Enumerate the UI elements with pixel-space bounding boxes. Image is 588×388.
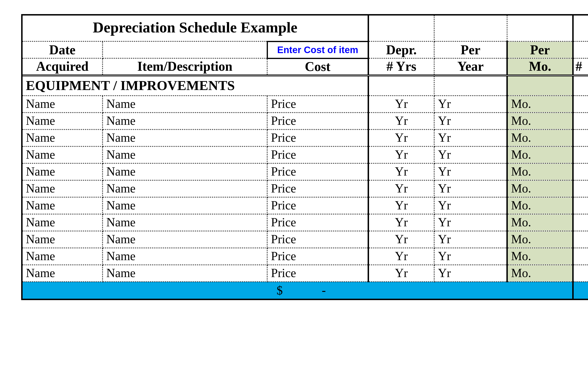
totals-cost: $-	[267, 282, 368, 299]
cell-desc[interactable]: Name	[102, 163, 267, 180]
cell-cost[interactable]: Price	[267, 113, 368, 129]
cell-tail[interactable]	[573, 113, 588, 129]
cell-tail[interactable]	[573, 231, 588, 248]
empty-cell[interactable]	[368, 16, 434, 41]
cell-cost[interactable]: Price	[267, 197, 368, 214]
cost-note: Enter Cost of item	[267, 41, 368, 58]
cell-date[interactable]: Name	[23, 146, 102, 163]
cell-per-mo[interactable]: Mo.	[507, 113, 573, 129]
cell-tail[interactable]	[573, 163, 588, 180]
cell-depr[interactable]: Yr	[368, 214, 434, 231]
cell-date[interactable]: Name	[23, 129, 102, 146]
cell-per-year[interactable]: Yr	[434, 180, 507, 197]
cell-cost[interactable]: Price	[267, 146, 368, 163]
header-empty[interactable]	[102, 41, 267, 58]
cell-per-mo[interactable]: Mo.	[507, 129, 573, 146]
cell-depr[interactable]: Yr	[368, 129, 434, 146]
cell-tail[interactable]	[573, 248, 588, 265]
cell-per-year[interactable]: Yr	[434, 248, 507, 265]
empty-cell[interactable]	[434, 75, 507, 96]
cell-desc[interactable]: Name	[102, 231, 267, 248]
empty-cell[interactable]	[368, 75, 434, 96]
empty-cell[interactable]	[434, 16, 507, 41]
cell-per-year[interactable]: Yr	[434, 265, 507, 282]
cell-depr[interactable]: Yr	[368, 197, 434, 214]
empty-cell[interactable]	[507, 16, 573, 41]
cell-per-year[interactable]: Yr	[434, 163, 507, 180]
cell-desc[interactable]: Name	[102, 113, 267, 129]
cell-per-mo[interactable]: Mo.	[507, 214, 573, 231]
table-row: NameNamePriceYrYrMo.	[23, 248, 588, 265]
cell-per-year[interactable]: Yr	[434, 146, 507, 163]
cell-cost[interactable]: Price	[267, 248, 368, 265]
cell-depr[interactable]: Yr	[368, 231, 434, 248]
cell-tail[interactable]	[573, 129, 588, 146]
cell-depr[interactable]: Yr	[368, 248, 434, 265]
cell-desc[interactable]: Name	[102, 96, 267, 113]
cell-depr[interactable]: Yr	[368, 113, 434, 129]
cell-date[interactable]: Name	[23, 113, 102, 129]
cell-date[interactable]: Name	[23, 163, 102, 180]
cell-tail[interactable]	[573, 214, 588, 231]
cell-per-mo[interactable]: Mo.	[507, 180, 573, 197]
cell-depr[interactable]: Yr	[368, 265, 434, 282]
cell-per-mo[interactable]: Mo.	[507, 163, 573, 180]
cell-date[interactable]: Name	[23, 265, 102, 282]
cell-desc[interactable]: Name	[102, 214, 267, 231]
empty-cell[interactable]	[507, 75, 573, 96]
cell-desc[interactable]: Name	[102, 180, 267, 197]
table-row: NameNamePriceYrYrMo.	[23, 146, 588, 163]
cell-cost[interactable]: Price	[267, 129, 368, 146]
cell-cost[interactable]: Price	[267, 96, 368, 113]
cell-per-year[interactable]: Yr	[434, 113, 507, 129]
header-date-2: Acquired	[23, 58, 102, 75]
cell-per-year[interactable]: Yr	[434, 129, 507, 146]
cell-cost[interactable]: Price	[267, 214, 368, 231]
table-row: NameNamePriceYrYrMo.	[23, 180, 588, 197]
cell-per-year[interactable]: Yr	[434, 214, 507, 231]
header-tail: #	[573, 58, 588, 75]
empty-cell[interactable]	[573, 75, 588, 96]
cell-date[interactable]: Name	[23, 96, 102, 113]
cell-date[interactable]: Name	[23, 214, 102, 231]
cell-depr[interactable]: Yr	[368, 96, 434, 113]
cell-tail[interactable]	[573, 197, 588, 214]
cell-per-year[interactable]: Yr	[434, 96, 507, 113]
table-row: NameNamePriceYrYrMo.	[23, 265, 588, 282]
cell-per-mo[interactable]: Mo.	[507, 197, 573, 214]
cell-per-mo[interactable]: Mo.	[507, 248, 573, 265]
cell-per-mo[interactable]: Mo.	[507, 96, 573, 113]
header-peryear-1: Per	[434, 41, 507, 58]
cell-cost[interactable]: Price	[267, 265, 368, 282]
table-row: NameNamePriceYrYrMo.	[23, 197, 588, 214]
cell-cost[interactable]: Price	[267, 231, 368, 248]
cell-desc[interactable]: Name	[102, 265, 267, 282]
cell-date[interactable]: Name	[23, 248, 102, 265]
header-tail-empty[interactable]	[573, 41, 588, 58]
empty-cell[interactable]	[573, 16, 588, 41]
cell-tail[interactable]	[573, 96, 588, 113]
cell-date[interactable]: Name	[23, 231, 102, 248]
cell-per-mo[interactable]: Mo.	[507, 231, 573, 248]
cell-date[interactable]: Name	[23, 197, 102, 214]
cell-depr[interactable]: Yr	[368, 146, 434, 163]
cell-depr[interactable]: Yr	[368, 163, 434, 180]
cell-cost[interactable]: Price	[267, 163, 368, 180]
cell-tail[interactable]	[573, 146, 588, 163]
cell-tail[interactable]	[573, 180, 588, 197]
header-depr-1: Depr.	[368, 41, 434, 58]
cell-per-mo[interactable]: Mo.	[507, 146, 573, 163]
cell-cost[interactable]: Price	[267, 180, 368, 197]
header-date-1: Date	[23, 41, 102, 58]
totals-row: $-	[23, 282, 588, 299]
cell-desc[interactable]: Name	[102, 248, 267, 265]
cell-per-year[interactable]: Yr	[434, 197, 507, 214]
cell-depr[interactable]: Yr	[368, 180, 434, 197]
cell-desc[interactable]: Name	[102, 197, 267, 214]
cell-desc[interactable]: Name	[102, 129, 267, 146]
cell-desc[interactable]: Name	[102, 146, 267, 163]
cell-per-mo[interactable]: Mo.	[507, 265, 573, 282]
cell-tail[interactable]	[573, 265, 588, 282]
cell-date[interactable]: Name	[23, 180, 102, 197]
cell-per-year[interactable]: Yr	[434, 231, 507, 248]
